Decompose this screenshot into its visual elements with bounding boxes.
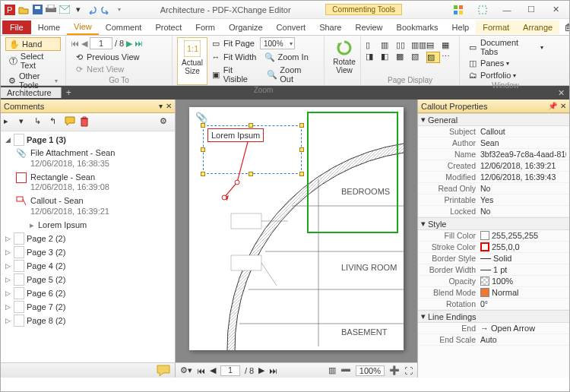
tab-review[interactable]: Review bbox=[348, 21, 389, 34]
prop-end[interactable]: →Open Arrow bbox=[480, 324, 566, 333]
tab-organize[interactable]: Organize bbox=[222, 21, 270, 34]
chevron-down-icon[interactable]: ▾ bbox=[421, 219, 426, 229]
print-icon[interactable] bbox=[45, 4, 57, 16]
next-page-icon[interactable]: ▶ bbox=[126, 39, 132, 49]
prop-rotation[interactable]: 0° bbox=[480, 299, 566, 308]
tab-view[interactable]: View bbox=[67, 20, 99, 35]
chevron-down-icon[interactable]: ▾ bbox=[421, 311, 426, 321]
page-node-label[interactable]: Page 1 (3) bbox=[27, 135, 66, 144]
tab-format[interactable]: Format bbox=[476, 21, 516, 34]
prop-fill[interactable]: 255,255,255 bbox=[480, 231, 566, 240]
expand-toggle[interactable]: ◢ bbox=[4, 136, 11, 144]
other-tools[interactable]: ⚙Other Tools▾ bbox=[5, 71, 61, 90]
page-node-label[interactable]: Page 6 (2) bbox=[27, 289, 65, 298]
page-node-label[interactable]: Page 3 (2) bbox=[27, 248, 65, 257]
tab-convert[interactable]: Convert bbox=[270, 21, 313, 34]
page-node-label[interactable]: Page 5 (2) bbox=[27, 275, 65, 284]
tab-home[interactable]: Home bbox=[31, 21, 67, 34]
section-general[interactable]: General bbox=[428, 115, 458, 125]
prop-bstyle[interactable]: Solid bbox=[480, 254, 566, 263]
previous-view[interactable]: ⟲Previous View bbox=[71, 51, 167, 63]
tab-share[interactable]: Share bbox=[312, 21, 348, 34]
close-button[interactable]: ✕ bbox=[545, 3, 566, 17]
pd-twocont-icon[interactable]: ▥▥ bbox=[411, 40, 425, 50]
sticky-note-icon[interactable] bbox=[157, 365, 170, 377]
open-icon[interactable] bbox=[17, 4, 30, 16]
prop-endscale[interactable]: Auto bbox=[480, 335, 566, 344]
sb-zoomout-icon[interactable]: ➖ bbox=[340, 365, 351, 375]
comments-options-icon[interactable]: ⚙ bbox=[160, 116, 172, 128]
sb-options-icon[interactable]: ⚙▾ bbox=[180, 365, 192, 375]
sb-prev-icon[interactable]: ◀ bbox=[210, 365, 216, 375]
portfolio[interactable]: 🗂Portfolio▾ bbox=[464, 69, 546, 81]
sb-first-icon[interactable]: ⏮ bbox=[197, 366, 205, 375]
tab-comment[interactable]: Comment bbox=[99, 21, 149, 34]
comments-tree[interactable]: ◢Page 1 (3) 📎File Attachment - Sean12/06… bbox=[1, 131, 175, 362]
pd-b-icon[interactable]: ▦ bbox=[442, 40, 455, 50]
email-icon[interactable] bbox=[59, 4, 71, 16]
prop-subject[interactable]: Callout bbox=[480, 127, 566, 136]
tab-form[interactable]: Form bbox=[188, 21, 222, 34]
zoom-combo[interactable]: 100% bbox=[260, 37, 295, 49]
comment-item[interactable]: Rectangle - Sean12/06/2018, 16:39:08 bbox=[16, 171, 173, 195]
actual-size[interactable]: 1:1 Actual Size bbox=[177, 37, 207, 85]
next-comment-icon[interactable]: ↳ bbox=[34, 116, 46, 128]
pd-single-icon[interactable]: ▯ bbox=[366, 40, 379, 50]
expand-icon[interactable]: ▸ bbox=[4, 116, 16, 128]
scan-icon[interactable]: ▾ bbox=[72, 4, 84, 16]
tab-bookmarks[interactable]: Bookmarks bbox=[390, 21, 445, 34]
rotate-view[interactable]: Rotate View bbox=[329, 37, 359, 76]
pd-f-icon[interactable]: ▧ bbox=[411, 52, 425, 63]
zoom-out[interactable]: 🔍Zoom Out bbox=[264, 65, 319, 84]
sb-fit-icon[interactable]: ⛶ bbox=[404, 366, 413, 375]
panes[interactable]: ◫Panes▾ bbox=[464, 57, 546, 69]
pdf-page[interactable]: 📎 BEDROOMS LIVING ROOM BASEMENT bbox=[189, 107, 404, 350]
callout-textbox[interactable]: Lorem Ipsum bbox=[207, 128, 264, 142]
prop-opacity[interactable]: 100% bbox=[480, 277, 566, 286]
minimize-button[interactable]: — bbox=[496, 3, 518, 17]
tab-file[interactable]: File bbox=[2, 21, 31, 34]
first-page-icon[interactable]: ⏮ bbox=[71, 39, 79, 48]
comment-item[interactable]: Callout - Sean12/06/2018, 16:39:21 bbox=[16, 194, 173, 219]
find-button[interactable]: 🗐Find... bbox=[559, 20, 570, 34]
section-style[interactable]: Style bbox=[428, 220, 446, 229]
select-text-tool[interactable]: ⓉSelect Text bbox=[5, 51, 61, 71]
document-tabs[interactable]: ▭Document Tabs▾ bbox=[464, 37, 546, 57]
prev-page-icon[interactable]: ◀ bbox=[81, 39, 87, 49]
pane-menu-icon[interactable]: ▾ bbox=[159, 102, 163, 110]
tab-protect[interactable]: Protect bbox=[148, 21, 188, 34]
prop-name[interactable]: 3bf32ea9-7c8a-4aad-810a24b26... bbox=[480, 150, 566, 159]
delete-icon[interactable] bbox=[80, 116, 92, 128]
fit-width[interactable]: ↔Fit Width bbox=[207, 51, 259, 63]
pd-e-icon[interactable]: ▩ bbox=[396, 52, 410, 63]
pd-h-icon[interactable]: ⋯ bbox=[442, 52, 455, 63]
prop-readonly[interactable]: No bbox=[480, 184, 566, 193]
page-canvas[interactable]: 📎 BEDROOMS LIVING ROOM BASEMENT bbox=[176, 100, 417, 378]
chevron-down-icon[interactable]: ▾ bbox=[421, 115, 426, 125]
pd-g-icon[interactable]: ▨ bbox=[426, 52, 440, 63]
collapse-icon[interactable]: ▾ bbox=[19, 116, 31, 128]
comment-note[interactable]: ▸Lorem Ipsum bbox=[30, 219, 173, 232]
add-tab-icon[interactable]: + bbox=[62, 87, 76, 98]
prop-locked[interactable]: No bbox=[480, 207, 566, 216]
close-doc-icon[interactable]: ✕ bbox=[553, 88, 569, 98]
pd-two-icon[interactable]: ▯▯ bbox=[396, 40, 410, 50]
launch-icon[interactable] bbox=[472, 3, 493, 17]
page-input[interactable] bbox=[90, 37, 112, 49]
prev-comment-icon[interactable]: ↰ bbox=[49, 116, 62, 128]
pane-close-icon[interactable]: ✕ bbox=[166, 102, 172, 110]
prop-author[interactable]: Sean bbox=[480, 138, 566, 147]
page-node-label[interactable]: Page 7 (2) bbox=[27, 302, 65, 311]
pd-c-icon[interactable]: ◨ bbox=[366, 52, 379, 63]
pd-cont-icon[interactable]: ▥ bbox=[381, 40, 394, 50]
prop-stroke[interactable]: 255,0,0 bbox=[480, 242, 566, 251]
page-node-label[interactable]: Page 8 (2) bbox=[27, 316, 65, 325]
tab-arrange[interactable]: Arrange bbox=[516, 21, 559, 34]
rectangle-annotation[interactable] bbox=[307, 112, 398, 233]
sb-page-input[interactable] bbox=[220, 365, 240, 376]
sb-next-icon[interactable]: ▶ bbox=[258, 365, 264, 375]
sb-last-icon[interactable]: ⏭ bbox=[269, 366, 277, 375]
qat-more-icon[interactable]: ▾ bbox=[113, 4, 125, 16]
page-node-label[interactable]: Page 4 (2) bbox=[27, 261, 65, 270]
redo-icon[interactable] bbox=[100, 4, 112, 16]
